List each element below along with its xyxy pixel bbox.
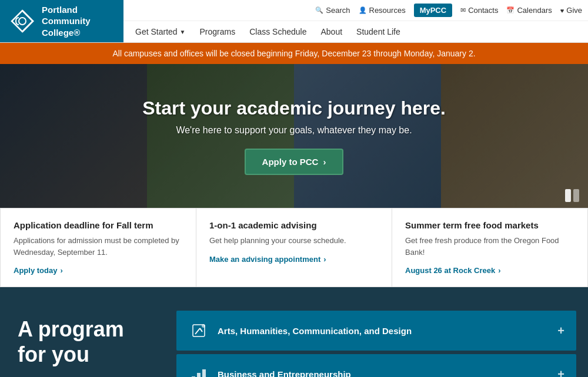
info-card-3: Summer term free food markets Get free f… xyxy=(392,208,587,287)
svg-rect-0 xyxy=(9,8,36,35)
svg-line-5 xyxy=(200,328,202,332)
business-icon xyxy=(188,363,209,377)
programs-left-panel: A program for you xyxy=(0,305,176,377)
hero-content: Start your academic journey here. We're … xyxy=(131,86,457,187)
nav-about[interactable]: About xyxy=(315,22,348,41)
alert-banner: All campuses and offices will be closed … xyxy=(0,43,588,64)
info-card-1-title: Application deadline for Fall term xyxy=(14,220,183,230)
arts-label: Arts, Humanities, Communication, and Des… xyxy=(218,326,549,336)
program-item-business[interactable]: Business and Entrepreneurship + xyxy=(176,354,576,377)
logo-area[interactable]: Portland Community College® xyxy=(0,0,123,42)
chevron-right-icon: › xyxy=(323,255,326,264)
business-label: Business and Entrepreneurship xyxy=(218,369,549,378)
programs-section: A program for you Arts, Humanities, Comm… xyxy=(0,287,588,377)
give-link[interactable]: ♥ Give xyxy=(560,6,582,15)
apply-to-pcc-button[interactable]: Apply to PCC › xyxy=(245,149,344,175)
chevron-right-icon: › xyxy=(498,266,500,275)
hero-subtitle: We're here to support your goals, whatev… xyxy=(142,125,446,136)
resources-link[interactable]: 👤 Resources xyxy=(359,6,406,15)
search-link[interactable]: 🔍 Search xyxy=(315,6,350,15)
apply-today-link[interactable]: Apply today › xyxy=(14,266,183,275)
carousel-dots xyxy=(565,189,579,202)
programs-title: A program for you xyxy=(18,317,159,367)
program-item-arts[interactable]: Arts, Humanities, Communication, and Des… xyxy=(176,311,576,351)
svg-line-4 xyxy=(195,328,200,334)
arts-expand-icon: + xyxy=(557,324,564,338)
info-card-1: Application deadline for Fall term Appli… xyxy=(1,208,196,287)
info-card-2-text: Get help planning your course schedule. xyxy=(209,235,379,247)
hero-section: Start your academic journey here. We're … xyxy=(0,64,588,208)
search-icon: 🔍 xyxy=(315,6,323,14)
nav-programs[interactable]: Programs xyxy=(194,22,242,41)
chevron-right-icon: › xyxy=(60,266,62,275)
info-card-3-title: Summer term free food markets xyxy=(405,220,574,230)
info-card-2: 1-on-1 academic advising Get help planni… xyxy=(196,208,392,287)
main-nav: 🔍 Search 👤 Resources MyPCC ✉ Contacts 📅 … xyxy=(123,0,588,42)
advising-appointment-link[interactable]: Make an advising appointment › xyxy=(209,255,379,264)
info-cards-section: Application deadline for Fall term Appli… xyxy=(0,208,588,287)
nav-class-schedule[interactable]: Class Schedule xyxy=(243,22,312,41)
programs-list: Arts, Humanities, Communication, and Des… xyxy=(176,305,588,377)
calendars-link[interactable]: 📅 Calendars xyxy=(506,6,552,15)
info-card-1-text: Applications for admission must be compl… xyxy=(14,235,183,258)
svg-rect-8 xyxy=(197,373,201,377)
hero-title: Start your academic journey here. xyxy=(142,97,446,119)
logo-text: Portland Community College® xyxy=(42,4,91,39)
site-header: Portland Community College® 🔍 Search 👤 R… xyxy=(0,0,588,43)
chevron-down-icon: ▼ xyxy=(180,29,186,35)
calendars-icon: 📅 xyxy=(506,6,514,14)
business-expand-icon: + xyxy=(557,368,564,378)
give-icon: ♥ xyxy=(560,7,564,14)
svg-point-6 xyxy=(202,324,205,328)
pcc-logo-icon xyxy=(9,8,36,35)
nav-student-life[interactable]: Student Life xyxy=(350,22,406,41)
info-card-3-text: Get free fresh produce from the Oregon F… xyxy=(405,235,574,258)
carousel-dot-2[interactable] xyxy=(573,189,579,202)
chevron-right-icon: › xyxy=(323,157,326,167)
nav-get-started[interactable]: Get Started ▼ xyxy=(129,22,192,41)
svg-rect-9 xyxy=(202,369,206,377)
nav-top-bar: 🔍 Search 👤 Resources MyPCC ✉ Contacts 📅 … xyxy=(123,0,588,21)
arts-icon xyxy=(188,320,209,341)
carousel-dot-1[interactable] xyxy=(565,189,571,202)
contacts-icon: ✉ xyxy=(460,6,466,14)
nav-bottom-bar: Get Started ▼ Programs Class Schedule Ab… xyxy=(123,21,588,42)
resources-icon: 👤 xyxy=(359,6,367,14)
mypcc-link[interactable]: MyPCC xyxy=(414,4,453,17)
info-card-2-title: 1-on-1 academic advising xyxy=(209,220,379,230)
contacts-link[interactable]: ✉ Contacts xyxy=(460,6,498,15)
food-market-link[interactable]: August 26 at Rock Creek › xyxy=(405,266,574,275)
